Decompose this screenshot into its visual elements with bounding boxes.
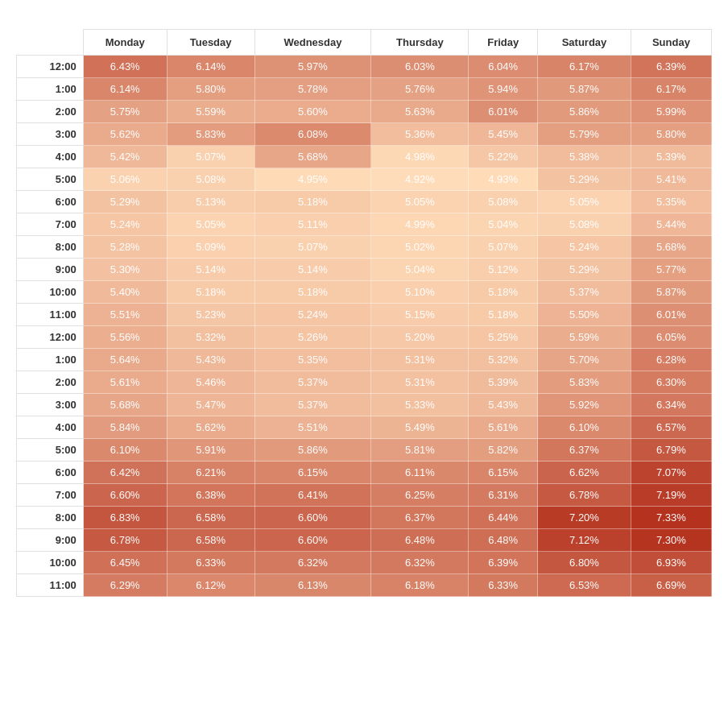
time-cell: 11:00 [17, 304, 84, 326]
value-cell: 6.78% [83, 529, 167, 552]
value-cell: 6.33% [469, 574, 538, 597]
value-cell: 6.83% [83, 507, 167, 529]
value-cell: 5.12% [469, 259, 538, 281]
value-cell: 6.29% [83, 574, 167, 597]
value-cell: 5.83% [167, 123, 254, 146]
value-cell: 5.06% [83, 168, 167, 191]
value-cell: 5.08% [538, 213, 631, 236]
value-cell: 5.37% [538, 281, 631, 304]
value-cell: 6.60% [254, 507, 371, 529]
table-row: 9:005.30%5.14%5.14%5.04%5.12%5.29%5.77% [17, 259, 712, 281]
value-cell: 6.03% [371, 56, 469, 78]
value-cell: 5.56% [83, 326, 167, 349]
value-cell: 5.31% [371, 371, 469, 394]
table-row: 4:005.42%5.07%5.68%4.98%5.22%5.38%5.39% [17, 146, 712, 168]
value-cell: 5.87% [631, 281, 711, 304]
value-cell: 5.51% [83, 304, 167, 326]
value-cell: 7.33% [631, 507, 711, 529]
value-cell: 6.60% [254, 529, 371, 552]
table-row: 3:005.68%5.47%5.37%5.33%5.43%5.92%6.34% [17, 394, 712, 416]
value-cell: 5.68% [631, 236, 711, 259]
value-cell: 6.78% [538, 484, 631, 507]
value-cell: 5.29% [538, 259, 631, 281]
value-cell: 5.75% [83, 101, 167, 123]
table-row: 4:005.84%5.62%5.51%5.49%5.61%6.10%6.57% [17, 416, 712, 439]
value-cell: 5.35% [254, 349, 371, 371]
table-row: 2:005.61%5.46%5.37%5.31%5.39%5.83%6.30% [17, 371, 712, 394]
value-cell: 6.39% [631, 56, 711, 78]
value-cell: 5.10% [371, 281, 469, 304]
value-cell: 6.14% [83, 78, 167, 101]
table-row: 10:005.40%5.18%5.18%5.10%5.18%5.37%5.87% [17, 281, 712, 304]
value-cell: 7.12% [538, 529, 631, 552]
value-cell: 6.12% [167, 574, 254, 597]
value-cell: 6.05% [631, 326, 711, 349]
day-header-friday: Friday [469, 30, 538, 56]
value-cell: 6.10% [83, 439, 167, 462]
time-cell: 6:00 [17, 191, 84, 213]
value-cell: 7.19% [631, 484, 711, 507]
value-cell: 5.41% [631, 168, 711, 191]
value-cell: 5.28% [83, 236, 167, 259]
value-cell: 5.36% [371, 123, 469, 146]
value-cell: 6.21% [167, 462, 254, 484]
value-cell: 5.24% [254, 304, 371, 326]
value-cell: 5.18% [469, 304, 538, 326]
value-cell: 6.43% [83, 56, 167, 78]
value-cell: 5.26% [254, 326, 371, 349]
value-cell: 5.08% [469, 191, 538, 213]
time-cell: 10:00 [17, 552, 84, 574]
value-cell: 6.58% [167, 507, 254, 529]
table-row: 10:006.45%6.33%6.32%6.32%6.39%6.80%6.93% [17, 552, 712, 574]
value-cell: 5.59% [167, 101, 254, 123]
value-cell: 5.33% [371, 394, 469, 416]
value-cell: 7.07% [631, 462, 711, 484]
value-cell: 6.42% [83, 462, 167, 484]
value-cell: 5.08% [167, 168, 254, 191]
table-row: 11:005.51%5.23%5.24%5.15%5.18%5.50%6.01% [17, 304, 712, 326]
value-cell: 5.07% [469, 236, 538, 259]
value-cell: 6.01% [631, 304, 711, 326]
value-cell: 5.46% [167, 371, 254, 394]
value-cell: 5.32% [469, 349, 538, 371]
value-cell: 4.95% [254, 168, 371, 191]
value-cell: 5.80% [631, 123, 711, 146]
time-cell: 11:00 [17, 574, 84, 597]
value-cell: 5.40% [83, 281, 167, 304]
value-cell: 5.29% [83, 191, 167, 213]
value-cell: 5.18% [254, 281, 371, 304]
value-cell: 5.76% [371, 78, 469, 101]
value-cell: 5.14% [254, 259, 371, 281]
value-cell: 5.11% [254, 213, 371, 236]
value-cell: 5.63% [371, 101, 469, 123]
value-cell: 6.25% [371, 484, 469, 507]
value-cell: 5.51% [254, 416, 371, 439]
value-cell: 5.35% [631, 191, 711, 213]
value-cell: 5.45% [469, 123, 538, 146]
time-cell: 9:00 [17, 529, 84, 552]
time-cell: 4:00 [17, 416, 84, 439]
value-cell: 4.93% [469, 168, 538, 191]
value-cell: 5.62% [83, 123, 167, 146]
value-cell: 5.77% [631, 259, 711, 281]
value-cell: 5.59% [538, 326, 631, 349]
value-cell: 5.31% [371, 349, 469, 371]
time-cell: 10:00 [17, 281, 84, 304]
value-cell: 5.99% [631, 101, 711, 123]
value-cell: 5.80% [167, 78, 254, 101]
value-cell: 6.31% [469, 484, 538, 507]
value-cell: 6.17% [631, 78, 711, 101]
value-cell: 6.45% [83, 552, 167, 574]
value-cell: 5.18% [254, 191, 371, 213]
table-row: 7:005.24%5.05%5.11%4.99%5.04%5.08%5.44% [17, 213, 712, 236]
value-cell: 5.94% [469, 78, 538, 101]
value-cell: 5.97% [254, 56, 371, 78]
value-cell: 5.44% [631, 213, 711, 236]
day-header-monday: Monday [83, 30, 167, 56]
time-cell: 12:00 [17, 326, 84, 349]
time-cell: 5:00 [17, 168, 84, 191]
value-cell: 6.15% [254, 462, 371, 484]
time-cell: 7:00 [17, 484, 84, 507]
value-cell: 6.32% [371, 552, 469, 574]
value-cell: 5.49% [371, 416, 469, 439]
